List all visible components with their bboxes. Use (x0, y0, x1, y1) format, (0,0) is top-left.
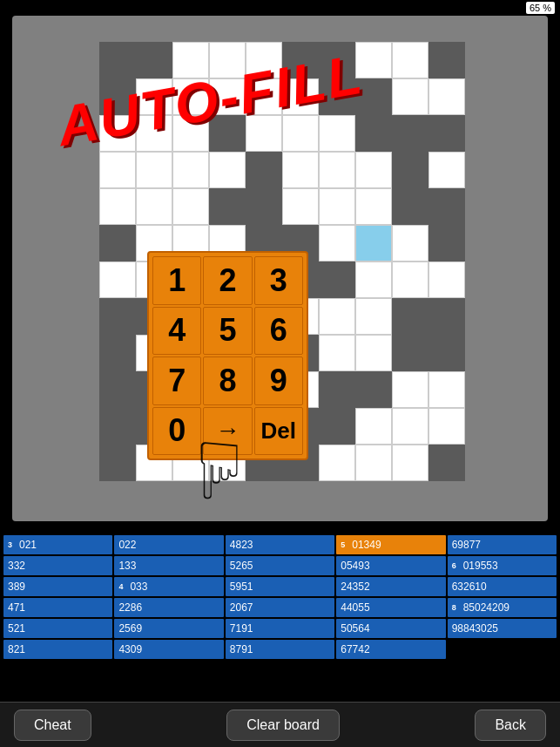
numpad-key-5[interactable]: 5 (203, 307, 252, 356)
numpad-key-7[interactable]: 7 (152, 357, 201, 405)
clue-item[interactable]: 4309 (114, 640, 223, 659)
grid-cell (209, 188, 246, 225)
grid-cell[interactable] (428, 78, 465, 115)
cheat-button[interactable]: Cheat (14, 710, 91, 741)
grid-cell[interactable] (355, 335, 392, 371)
grid-cell[interactable] (282, 188, 319, 225)
clue-item[interactable]: 022 (114, 535, 223, 554)
clue-item[interactable]: 05493 (336, 556, 445, 575)
grid-cell[interactable] (319, 298, 355, 335)
grid-cell[interactable] (319, 152, 355, 188)
clue-column-4: 69877601955363261088502420998843025 (448, 535, 557, 698)
clue-item[interactable]: 521 (3, 619, 112, 638)
clear-board-button[interactable]: Clear board (226, 710, 340, 741)
clue-item[interactable]: 24352 (336, 577, 445, 596)
grid-cell[interactable] (209, 152, 246, 188)
grid-cell[interactable] (319, 115, 355, 152)
clue-item[interactable]: 5951 (226, 577, 334, 596)
clue-item[interactable]: 69877 (448, 535, 557, 554)
clue-value: 019553 (463, 560, 498, 572)
clue-number: 8 (452, 603, 461, 612)
grid-cell[interactable] (99, 188, 136, 225)
numpad-key-Del[interactable]: Del (254, 407, 303, 456)
clue-item[interactable]: 50564 (336, 619, 445, 638)
numpad-key-1[interactable]: 1 (152, 256, 201, 305)
grid-cell[interactable] (392, 42, 428, 78)
grid-cell[interactable] (428, 152, 465, 188)
grid-cell[interactable] (355, 225, 392, 261)
grid-cell[interactable] (392, 408, 428, 445)
grid-cell[interactable] (355, 188, 392, 225)
grid-cell[interactable] (99, 261, 136, 298)
clue-item[interactable]: 885024209 (448, 598, 557, 617)
grid-cell[interactable] (428, 261, 465, 298)
clue-item[interactable]: 3021 (3, 535, 112, 554)
clue-item[interactable]: 2286 (114, 598, 223, 617)
grid-cell[interactable] (355, 408, 392, 445)
grid-cell (99, 298, 136, 335)
clue-item[interactable]: 389 (3, 577, 112, 596)
grid-cell[interactable] (428, 408, 465, 445)
grid-cell (319, 408, 355, 445)
clue-item[interactable]: 5265 (226, 556, 334, 575)
bottom-bar: Cheat Clear board Back (0, 702, 560, 747)
grid-cell[interactable] (355, 152, 392, 188)
grid-row (99, 188, 465, 225)
grid-cell[interactable] (392, 371, 428, 408)
numpad-key-4[interactable]: 4 (152, 307, 201, 356)
clue-item[interactable]: 821 (3, 640, 112, 659)
numpad-key-0[interactable]: 0 (152, 407, 201, 456)
clue-item[interactable]: 4033 (114, 577, 223, 596)
grid-cell[interactable] (392, 261, 428, 298)
grid-cell[interactable] (99, 152, 136, 188)
grid-cell[interactable] (392, 78, 428, 115)
clue-value: 05493 (341, 560, 369, 572)
clue-item[interactable]: 7191 (226, 619, 334, 638)
clue-item[interactable]: 133 (114, 556, 223, 575)
numpad-key-9[interactable]: 9 (254, 357, 303, 405)
clue-item[interactable]: 6019553 (448, 556, 557, 575)
grid-cell[interactable] (355, 445, 392, 481)
grid-cell[interactable] (172, 152, 209, 188)
clue-item[interactable]: 2067 (226, 598, 334, 617)
grid-cell (392, 298, 428, 335)
clue-item[interactable]: 8791 (226, 640, 334, 659)
grid-cell (136, 42, 172, 78)
clue-item[interactable]: 98843025 (448, 619, 557, 638)
grid-cell[interactable] (319, 335, 355, 371)
grid-cell (428, 225, 465, 261)
numpad-key-→[interactable]: → (203, 407, 252, 456)
grid-cell (428, 335, 465, 371)
grid-cell[interactable] (136, 152, 172, 188)
numpad-key-8[interactable]: 8 (203, 357, 252, 405)
clue-item[interactable]: 471 (3, 598, 112, 617)
grid-cell[interactable] (282, 115, 319, 152)
grid-cell[interactable] (319, 445, 355, 481)
clue-item[interactable]: 332 (3, 556, 112, 575)
number-pad[interactable]: 1234567890→Del (147, 251, 308, 460)
clue-item[interactable]: 44055 (336, 598, 445, 617)
clue-item[interactable]: 4823 (226, 535, 334, 554)
clue-value: 332 (8, 560, 25, 572)
grid-cell[interactable] (392, 445, 428, 481)
grid-cell[interactable] (172, 188, 209, 225)
grid-cell[interactable] (392, 225, 428, 261)
grid-cell[interactable] (319, 188, 355, 225)
clue-item[interactable]: 67742 (336, 640, 445, 659)
grid-cell[interactable] (282, 152, 319, 188)
grid-cell[interactable] (136, 188, 172, 225)
grid-cell[interactable] (355, 298, 392, 335)
numpad-key-3[interactable]: 3 (254, 256, 303, 305)
clue-value: 2286 (118, 601, 142, 614)
numpad-key-2[interactable]: 2 (203, 256, 252, 305)
numpad-key-6[interactable]: 6 (254, 307, 303, 356)
grid-cell[interactable] (428, 371, 465, 408)
back-button[interactable]: Back (475, 710, 546, 741)
clue-item[interactable]: 632610 (448, 577, 557, 596)
clues-section: 3021332389471521821022133403322862569430… (0, 532, 560, 702)
grid-cell[interactable] (355, 261, 392, 298)
clue-item[interactable]: 501349 (336, 535, 445, 554)
grid-cell[interactable] (319, 225, 355, 261)
grid-cell (319, 261, 355, 298)
clue-item[interactable]: 2569 (114, 619, 223, 638)
